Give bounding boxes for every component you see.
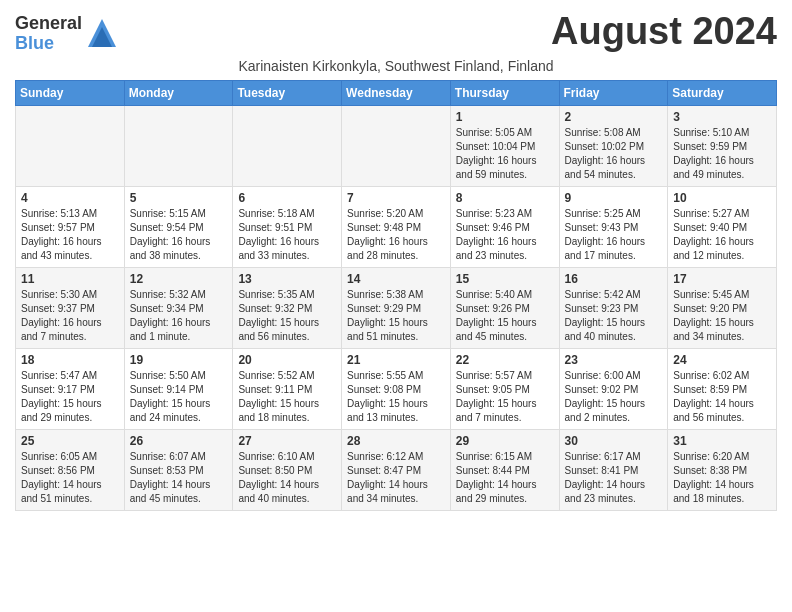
weekday-header: Sunday xyxy=(16,80,125,105)
day-info: Sunrise: 5:45 AM Sunset: 9:20 PM Dayligh… xyxy=(673,288,771,344)
day-info: Sunrise: 5:05 AM Sunset: 10:04 PM Daylig… xyxy=(456,126,554,182)
weekday-header: Tuesday xyxy=(233,80,342,105)
day-number: 2 xyxy=(565,110,663,124)
calendar-cell: 25Sunrise: 6:05 AM Sunset: 8:56 PM Dayli… xyxy=(16,429,125,510)
day-number: 17 xyxy=(673,272,771,286)
calendar-week-row: 11Sunrise: 5:30 AM Sunset: 9:37 PM Dayli… xyxy=(16,267,777,348)
day-number: 3 xyxy=(673,110,771,124)
day-info: Sunrise: 6:20 AM Sunset: 8:38 PM Dayligh… xyxy=(673,450,771,506)
day-info: Sunrise: 6:00 AM Sunset: 9:02 PM Dayligh… xyxy=(565,369,663,425)
day-number: 15 xyxy=(456,272,554,286)
header: General Blue August 2024 xyxy=(15,10,777,54)
day-info: Sunrise: 6:15 AM Sunset: 8:44 PM Dayligh… xyxy=(456,450,554,506)
day-info: Sunrise: 5:13 AM Sunset: 9:57 PM Dayligh… xyxy=(21,207,119,263)
day-info: Sunrise: 5:57 AM Sunset: 9:05 PM Dayligh… xyxy=(456,369,554,425)
day-info: Sunrise: 6:05 AM Sunset: 8:56 PM Dayligh… xyxy=(21,450,119,506)
logo-blue: Blue xyxy=(15,34,82,54)
day-info: Sunrise: 5:30 AM Sunset: 9:37 PM Dayligh… xyxy=(21,288,119,344)
calendar-week-row: 18Sunrise: 5:47 AM Sunset: 9:17 PM Dayli… xyxy=(16,348,777,429)
calendar-cell: 6Sunrise: 5:18 AM Sunset: 9:51 PM Daylig… xyxy=(233,186,342,267)
calendar-cell: 11Sunrise: 5:30 AM Sunset: 9:37 PM Dayli… xyxy=(16,267,125,348)
day-number: 10 xyxy=(673,191,771,205)
day-number: 18 xyxy=(21,353,119,367)
day-number: 8 xyxy=(456,191,554,205)
day-info: Sunrise: 5:10 AM Sunset: 9:59 PM Dayligh… xyxy=(673,126,771,182)
day-number: 13 xyxy=(238,272,336,286)
day-number: 4 xyxy=(21,191,119,205)
day-number: 5 xyxy=(130,191,228,205)
day-number: 29 xyxy=(456,434,554,448)
logo-general: General xyxy=(15,14,82,34)
calendar-cell: 20Sunrise: 5:52 AM Sunset: 9:11 PM Dayli… xyxy=(233,348,342,429)
day-number: 14 xyxy=(347,272,445,286)
day-info: Sunrise: 5:25 AM Sunset: 9:43 PM Dayligh… xyxy=(565,207,663,263)
calendar-week-row: 1Sunrise: 5:05 AM Sunset: 10:04 PM Dayli… xyxy=(16,105,777,186)
day-info: Sunrise: 5:27 AM Sunset: 9:40 PM Dayligh… xyxy=(673,207,771,263)
day-info: Sunrise: 5:23 AM Sunset: 9:46 PM Dayligh… xyxy=(456,207,554,263)
weekday-header: Monday xyxy=(124,80,233,105)
calendar-cell: 15Sunrise: 5:40 AM Sunset: 9:26 PM Dayli… xyxy=(450,267,559,348)
day-info: Sunrise: 5:18 AM Sunset: 9:51 PM Dayligh… xyxy=(238,207,336,263)
day-number: 27 xyxy=(238,434,336,448)
calendar-cell: 16Sunrise: 5:42 AM Sunset: 9:23 PM Dayli… xyxy=(559,267,668,348)
day-number: 21 xyxy=(347,353,445,367)
weekday-header-row: SundayMondayTuesdayWednesdayThursdayFrid… xyxy=(16,80,777,105)
day-number: 22 xyxy=(456,353,554,367)
location-subtitle: Karinaisten Kirkonkyla, Southwest Finlan… xyxy=(15,58,777,74)
day-number: 1 xyxy=(456,110,554,124)
weekday-header: Friday xyxy=(559,80,668,105)
calendar-cell: 31Sunrise: 6:20 AM Sunset: 8:38 PM Dayli… xyxy=(668,429,777,510)
logo: General Blue xyxy=(15,14,116,54)
calendar-cell: 19Sunrise: 5:50 AM Sunset: 9:14 PM Dayli… xyxy=(124,348,233,429)
calendar-cell: 3Sunrise: 5:10 AM Sunset: 9:59 PM Daylig… xyxy=(668,105,777,186)
day-info: Sunrise: 6:17 AM Sunset: 8:41 PM Dayligh… xyxy=(565,450,663,506)
day-number: 25 xyxy=(21,434,119,448)
calendar-cell: 21Sunrise: 5:55 AM Sunset: 9:08 PM Dayli… xyxy=(342,348,451,429)
day-number: 6 xyxy=(238,191,336,205)
calendar-cell: 1Sunrise: 5:05 AM Sunset: 10:04 PM Dayli… xyxy=(450,105,559,186)
calendar-cell: 14Sunrise: 5:38 AM Sunset: 9:29 PM Dayli… xyxy=(342,267,451,348)
weekday-header: Saturday xyxy=(668,80,777,105)
calendar-cell: 26Sunrise: 6:07 AM Sunset: 8:53 PM Dayli… xyxy=(124,429,233,510)
calendar-cell: 12Sunrise: 5:32 AM Sunset: 9:34 PM Dayli… xyxy=(124,267,233,348)
day-info: Sunrise: 5:15 AM Sunset: 9:54 PM Dayligh… xyxy=(130,207,228,263)
day-number: 9 xyxy=(565,191,663,205)
day-number: 12 xyxy=(130,272,228,286)
weekday-header: Thursday xyxy=(450,80,559,105)
calendar-cell xyxy=(124,105,233,186)
day-number: 30 xyxy=(565,434,663,448)
logo-icon xyxy=(88,19,116,51)
day-info: Sunrise: 6:12 AM Sunset: 8:47 PM Dayligh… xyxy=(347,450,445,506)
calendar-cell xyxy=(233,105,342,186)
calendar-week-row: 4Sunrise: 5:13 AM Sunset: 9:57 PM Daylig… xyxy=(16,186,777,267)
calendar-cell: 27Sunrise: 6:10 AM Sunset: 8:50 PM Dayli… xyxy=(233,429,342,510)
calendar-cell: 8Sunrise: 5:23 AM Sunset: 9:46 PM Daylig… xyxy=(450,186,559,267)
calendar-cell: 17Sunrise: 5:45 AM Sunset: 9:20 PM Dayli… xyxy=(668,267,777,348)
day-number: 19 xyxy=(130,353,228,367)
day-number: 16 xyxy=(565,272,663,286)
day-number: 7 xyxy=(347,191,445,205)
day-number: 11 xyxy=(21,272,119,286)
day-info: Sunrise: 6:02 AM Sunset: 8:59 PM Dayligh… xyxy=(673,369,771,425)
day-info: Sunrise: 5:40 AM Sunset: 9:26 PM Dayligh… xyxy=(456,288,554,344)
day-info: Sunrise: 5:32 AM Sunset: 9:34 PM Dayligh… xyxy=(130,288,228,344)
day-info: Sunrise: 5:52 AM Sunset: 9:11 PM Dayligh… xyxy=(238,369,336,425)
day-info: Sunrise: 5:20 AM Sunset: 9:48 PM Dayligh… xyxy=(347,207,445,263)
calendar-cell xyxy=(16,105,125,186)
day-info: Sunrise: 5:47 AM Sunset: 9:17 PM Dayligh… xyxy=(21,369,119,425)
calendar-cell: 29Sunrise: 6:15 AM Sunset: 8:44 PM Dayli… xyxy=(450,429,559,510)
day-info: Sunrise: 6:10 AM Sunset: 8:50 PM Dayligh… xyxy=(238,450,336,506)
day-number: 24 xyxy=(673,353,771,367)
day-info: Sunrise: 5:38 AM Sunset: 9:29 PM Dayligh… xyxy=(347,288,445,344)
calendar-cell: 22Sunrise: 5:57 AM Sunset: 9:05 PM Dayli… xyxy=(450,348,559,429)
calendar-cell xyxy=(342,105,451,186)
calendar-cell: 28Sunrise: 6:12 AM Sunset: 8:47 PM Dayli… xyxy=(342,429,451,510)
calendar-cell: 30Sunrise: 6:17 AM Sunset: 8:41 PM Dayli… xyxy=(559,429,668,510)
calendar-cell: 13Sunrise: 5:35 AM Sunset: 9:32 PM Dayli… xyxy=(233,267,342,348)
weekday-header: Wednesday xyxy=(342,80,451,105)
day-info: Sunrise: 5:08 AM Sunset: 10:02 PM Daylig… xyxy=(565,126,663,182)
day-info: Sunrise: 5:50 AM Sunset: 9:14 PM Dayligh… xyxy=(130,369,228,425)
calendar-cell: 2Sunrise: 5:08 AM Sunset: 10:02 PM Dayli… xyxy=(559,105,668,186)
day-number: 23 xyxy=(565,353,663,367)
day-info: Sunrise: 5:35 AM Sunset: 9:32 PM Dayligh… xyxy=(238,288,336,344)
